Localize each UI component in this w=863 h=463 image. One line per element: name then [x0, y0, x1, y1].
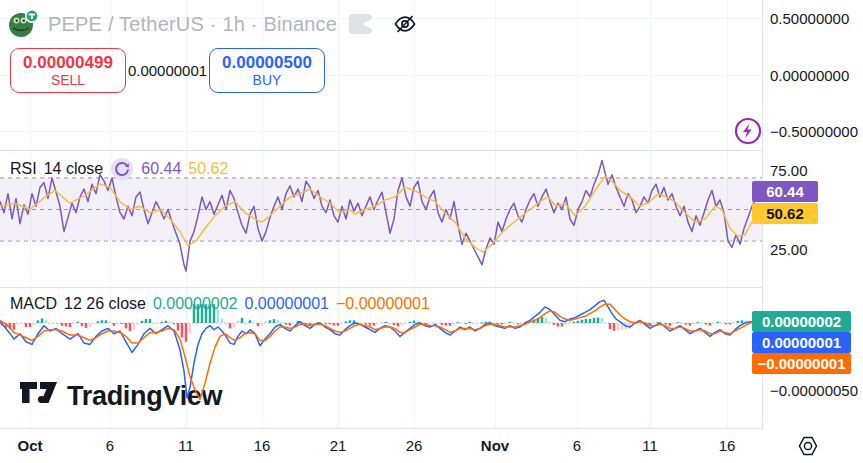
time-tick-label: Oct	[17, 437, 42, 454]
rsi-title: RSI	[10, 160, 37, 178]
buy-button[interactable]: 0.00000500 BUY	[209, 48, 325, 93]
rsi-params: 14 close	[44, 160, 104, 178]
buy-label: BUY	[253, 72, 282, 88]
rsi-indicator-header[interactable]: RSI 14 close 60.44 50.62	[10, 157, 228, 181]
pane-divider[interactable]	[0, 287, 863, 288]
rsi-value: 60.44	[141, 160, 181, 178]
time-axis[interactable]: Oct611162126Nov61116	[0, 429, 863, 463]
sell-label: SELL	[51, 72, 85, 88]
time-tick-label: 6	[106, 437, 114, 454]
instant-order-lightning-icon[interactable]	[734, 117, 762, 149]
macd-indicator-header[interactable]: MACD 12 26 close 0.00000002 0.00000001 −…	[10, 295, 430, 313]
rsi-refresh-icon[interactable]	[110, 157, 134, 181]
rsi-ma-value: 50.62	[188, 160, 228, 178]
time-tick-label: 16	[254, 437, 271, 454]
price-axis-label: 0.50000000	[770, 10, 849, 27]
macd-signal-value: −0.00000001	[336, 295, 430, 313]
time-tick-label: Nov	[481, 437, 509, 454]
rsi-axis-label: 75.00	[770, 162, 808, 179]
macd-params: 12 26 close	[64, 295, 146, 313]
macd-signal-badge: −0.00000001	[752, 353, 851, 374]
macd-hist-badge: 0.00000002	[752, 311, 851, 332]
macd-line-badge: 0.00000001	[752, 332, 851, 353]
price-axis-label: 0.00000000	[770, 67, 849, 84]
time-tick-label: 11	[178, 437, 194, 454]
gridline	[0, 131, 762, 132]
macd-hist-value: 0.00000002	[153, 295, 238, 313]
spread-value: 0.00000001	[126, 62, 209, 79]
rsi-value-badge: 60.44	[752, 181, 818, 202]
collapse-flag-icon[interactable]	[349, 14, 373, 34]
macd-title: MACD	[10, 295, 57, 313]
price-axis-label: −0.50000000	[770, 123, 858, 140]
eye-hidden-icon[interactable]	[393, 12, 417, 36]
price-axis[interactable]: 0.50000000 0.00000000 −0.50000000 75.00 …	[763, 0, 863, 463]
time-tick-label: 16	[719, 437, 736, 454]
time-tick-label: 6	[573, 437, 581, 454]
rsi-ma-value-badge: 50.62	[752, 203, 818, 224]
time-tick-label: 21	[330, 437, 347, 454]
sell-button[interactable]: 0.00000499 SELL	[10, 48, 126, 93]
symbol-logo-pepe-icon	[8, 9, 40, 39]
time-tick-label: 26	[406, 437, 423, 454]
chart-window: PEPE / TetherUS · 1h · Binance 0.0000049…	[0, 0, 863, 463]
macd-axis-label: −0.00000050	[770, 382, 858, 399]
macd-line-value: 0.00000001	[244, 295, 329, 313]
time-axis-settings-icon[interactable]	[797, 435, 819, 461]
symbol-title[interactable]: PEPE / TetherUS · 1h · Binance	[48, 13, 337, 36]
rsi-axis-label: 25.00	[770, 241, 808, 258]
pane-divider[interactable]	[0, 150, 863, 151]
time-tick-label: 11	[642, 437, 658, 454]
sell-price: 0.00000499	[23, 53, 113, 72]
buy-price: 0.00000500	[222, 53, 312, 72]
